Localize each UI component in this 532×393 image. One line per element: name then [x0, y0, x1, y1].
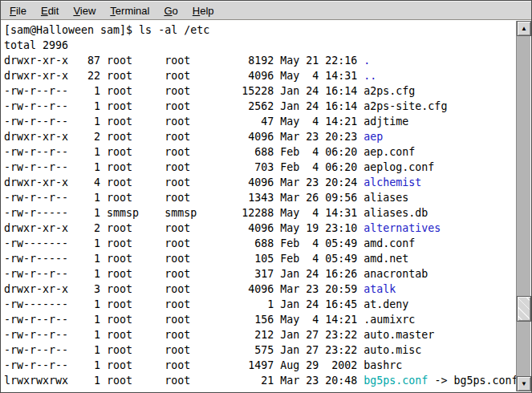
file-name: auto.misc — [363, 344, 421, 356]
file-name: a2ps-site.cfg — [363, 100, 447, 112]
terminal-line: -rw-r--r-- 1 root root 2562 Jan 24 16:14… — [4, 99, 516, 114]
file-name: aliases — [363, 192, 408, 204]
terminal-line: -rw-r--r-- 1 root root 1343 Mar 26 09:56… — [4, 190, 516, 205]
terminal-line: drwxr-xr-x 4 root root 4096 Mar 23 20:24… — [4, 175, 516, 190]
terminal-line: -rw-r--r-- 1 root root 156 May 4 14:21 .… — [4, 312, 516, 327]
terminal-line: drwxr-xr-x 3 root root 4096 Mar 23 20:59… — [4, 282, 516, 297]
file-name: adjtime — [363, 115, 408, 128]
menu-terminal[interactable]: Terminal — [103, 2, 156, 19]
terminal-line: -rw-r--r-- 1 root root 317 Jan 24 16:26 … — [4, 266, 516, 282]
total-line: total 2996 — [4, 38, 516, 53]
file-name: at.deny — [363, 298, 408, 310]
terminal-line: -rw-r--r-- 1 root root 212 Jan 27 23:22 … — [4, 327, 516, 342]
menu-view[interactable]: View — [66, 2, 103, 19]
menu-file[interactable]: File — [2, 2, 34, 19]
terminal-line: drwxr-xr-x 2 root root 4096 May 19 23:10… — [4, 221, 516, 236]
prompt-line: [sam@Halloween sam]$ ls -al /etc — [4, 22, 516, 38]
menu-go[interactable]: Go — [156, 2, 185, 19]
terminal-line: -rw-r--r-- 1 root root 1497 Aug 29 2002 … — [4, 358, 516, 373]
file-name: auto.master — [363, 329, 434, 341]
file-name: amd.net — [363, 253, 408, 265]
terminal-line: -rw-r--r-- 1 root root 575 Jan 27 23:22 … — [4, 342, 516, 358]
file-name: amd.conf — [363, 237, 415, 249]
terminal-line: -rw-r----- 1 smmsp smmsp 12288 May 4 14:… — [4, 205, 516, 221]
menu-help[interactable]: Help — [185, 2, 221, 19]
terminal-line: drwxr-xr-x 2 root root 4096 Mar 23 20:23… — [4, 129, 516, 144]
terminal-line: -rw-r--r-- 1 root root 47 May 4 14:21 ad… — [4, 114, 516, 129]
terminal-area: [sam@Halloween sam]$ ls -al /etctotal 29… — [2, 21, 530, 391]
terminal-output[interactable]: [sam@Halloween sam]$ ls -al /etctotal 29… — [2, 21, 516, 391]
menu-edit[interactable]: Edit — [34, 2, 66, 19]
file-name: anacrontab — [363, 268, 428, 280]
terminal-line: -rw-r--r-- 1 root root 688 Feb 4 06:20 a… — [4, 144, 516, 160]
terminal-line: -rw------- 1 root root 688 Feb 4 05:49 a… — [4, 236, 516, 251]
terminal-line: -rw-r----- 1 root root 105 Feb 4 05:49 a… — [4, 251, 516, 266]
file-name: . — [363, 55, 370, 67]
file-name: bg5ps.conf — [363, 375, 428, 387]
down-arrow-icon: ▼ — [521, 381, 527, 387]
file-name: aep — [363, 131, 383, 143]
menubar: FileEditViewTerminalGoHelp — [1, 1, 531, 20]
file-name: alchemist — [363, 176, 421, 188]
file-name: .aumixrc — [363, 314, 415, 326]
file-name: bashrc — [363, 359, 402, 371]
terminal-window: FileEditViewTerminalGoHelp [sam@Hallowee… — [0, 0, 532, 393]
file-name: atalk — [363, 283, 396, 295]
file-name: alternatives — [363, 222, 441, 234]
file-name: .. — [363, 70, 376, 82]
file-name: aeplog.conf — [363, 161, 434, 173]
file-name: aliases.db — [363, 207, 428, 219]
scrollbar-track[interactable] — [517, 36, 530, 376]
terminal-line: drwxr-xr-x 22 root root 4096 May 4 14:31… — [4, 68, 516, 83]
file-name: a2ps.cfg — [363, 85, 415, 97]
terminal-line: -rw-r--r-- 1 root root 703 Feb 4 06:20 a… — [4, 160, 516, 175]
file-name: aep.conf — [363, 146, 415, 158]
terminal-line: -rw------- 1 root root 1 Jan 24 16:45 at… — [4, 297, 516, 312]
up-arrow-icon: ▲ — [521, 26, 527, 32]
scrollbar-thumb[interactable] — [517, 296, 531, 322]
scroll-up-button[interactable]: ▲ — [517, 21, 531, 36]
terminal-line: lrwxrwxrwx 1 root root 21 Mar 23 20:48 b… — [4, 373, 516, 388]
terminal-line: drwxr-xr-x 87 root root 8192 May 21 22:1… — [4, 53, 516, 68]
terminal-line: -rw-r--r-- 1 root root 15228 Jan 24 16:1… — [4, 83, 516, 99]
scroll-down-button[interactable]: ▼ — [517, 376, 531, 391]
scrollbar[interactable]: ▲ ▼ — [516, 21, 530, 391]
